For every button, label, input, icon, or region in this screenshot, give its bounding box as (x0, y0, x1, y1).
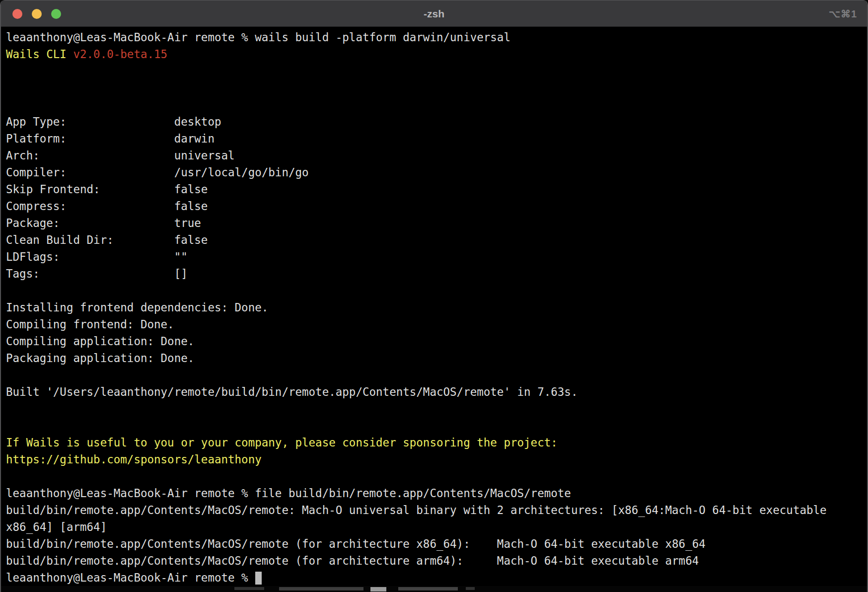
occluded-window-fragment (370, 587, 386, 592)
terminal-text: https://github.com/sponsors/leaanthony (6, 453, 262, 466)
terminal-line: leaanthony@Leas-MacBook-Air remote % fil… (6, 485, 862, 502)
terminal-line (6, 96, 862, 113)
terminal-text: Compiling application: Done. (6, 335, 194, 348)
terminal-line: Platform: darwin (6, 130, 862, 147)
occluded-window-fragment (234, 587, 264, 590)
terminal-line: Tags: [] (6, 265, 862, 282)
terminal-text: Platform: darwin (6, 132, 215, 145)
terminal-line: Wails CLI v2.0.0-beta.15 (6, 46, 862, 63)
terminal-line (6, 417, 862, 434)
terminal-line (6, 63, 862, 79)
terminal-line: https://github.com/sponsors/leaanthony (6, 451, 862, 468)
terminal-line: Packaging application: Done. (6, 350, 862, 367)
terminal-text: Compiling frontend: Done. (6, 318, 174, 331)
occluded-window-fragment (398, 587, 458, 591)
terminal-text: Installing frontend dependencies: Done. (6, 301, 268, 314)
terminal-text: v2.0.0-beta.15 (73, 48, 167, 61)
terminal-line: If Wails is useful to you or your compan… (6, 434, 862, 451)
occluded-window-fragment (466, 587, 475, 590)
terminal-cursor (255, 572, 262, 585)
terminal-line: Compress: false (6, 198, 862, 215)
terminal-text: Compress: false (6, 200, 208, 213)
terminal-text: x86_64] [arm64] (6, 520, 107, 533)
terminal-line: build/bin/remote.app/Contents/MacOS/remo… (6, 552, 862, 569)
terminal-line: Built '/Users/leaanthony/remote/build/bi… (6, 383, 862, 400)
terminal-line: x86_64] [arm64] (6, 518, 862, 535)
terminal-line: Compiling frontend: Done. (6, 316, 862, 333)
terminal-text: Packaging application: Done. (6, 352, 194, 365)
terminal-line (6, 282, 862, 299)
terminal-line (6, 367, 862, 383)
terminal-line: LDFlags: "" (6, 248, 862, 265)
window-title: -zsh (1, 0, 867, 27)
terminal-text: build/bin/remote.app/Contents/MacOS/remo… (6, 504, 827, 517)
terminal-text: Arch: universal (6, 149, 235, 162)
terminal-line: Package: true (6, 215, 862, 231)
terminal-line: build/bin/remote.app/Contents/MacOS/remo… (6, 502, 862, 518)
occluded-window-fragment (279, 587, 363, 591)
terminal-text: Clean Build Dir: false (6, 233, 208, 246)
terminal-line: Compiler: /usr/local/go/bin/go (6, 164, 862, 181)
terminal-line: build/bin/remote.app/Contents/MacOS/remo… (6, 535, 862, 552)
terminal-text: Built '/Users/leaanthony/remote/build/bi… (6, 385, 578, 398)
terminal-line: leaanthony@Leas-MacBook-Air remote % (6, 569, 862, 586)
zoom-button[interactable] (51, 9, 61, 19)
terminal-line (6, 400, 862, 417)
terminal-text: Package: true (6, 217, 201, 229)
terminal-line (6, 79, 862, 96)
terminal-line: Skip Frontend: false (6, 181, 862, 198)
close-button[interactable] (12, 9, 22, 19)
terminal-text: leaanthony@Leas-MacBook-Air remote % wai… (6, 31, 510, 44)
terminal-text: build/bin/remote.app/Contents/MacOS/remo… (6, 537, 706, 550)
terminal-line: leaanthony@Leas-MacBook-Air remote % wai… (6, 29, 862, 46)
terminal-line: Arch: universal (6, 147, 862, 164)
terminal-text: LDFlags: "" (6, 250, 188, 263)
terminal-text: If Wails is useful to you or your compan… (6, 436, 558, 449)
terminal-text: leaanthony@Leas-MacBook-Air remote % fil… (6, 487, 571, 500)
background-window-sliver (1, 586, 867, 592)
terminal-text: build/bin/remote.app/Contents/MacOS/remo… (6, 554, 699, 567)
terminal-text: Compiler: /usr/local/go/bin/go (6, 166, 309, 179)
minimize-button[interactable] (32, 9, 42, 19)
terminal-text: leaanthony@Leas-MacBook-Air remote % (6, 571, 255, 584)
terminal-body[interactable]: leaanthony@Leas-MacBook-Air remote % wai… (1, 27, 867, 586)
terminal-line: App Type: desktop (6, 113, 862, 130)
terminal-text: Skip Frontend: false (6, 183, 208, 196)
terminal-text: Tags: [] (6, 267, 188, 280)
traffic-lights (12, 9, 61, 19)
terminal-window: -zsh ⌥⌘1 leaanthony@Leas-MacBook-Air rem… (0, 0, 868, 592)
terminal-text: Wails CLI (6, 48, 73, 61)
window-shortcut-badge: ⌥⌘1 (829, 0, 857, 27)
terminal-line (6, 468, 862, 485)
terminal-line: Clean Build Dir: false (6, 231, 862, 248)
terminal-line: Compiling application: Done. (6, 333, 862, 350)
terminal-line: Installing frontend dependencies: Done. (6, 299, 862, 316)
titlebar[interactable]: -zsh ⌥⌘1 (1, 0, 867, 27)
terminal-text: App Type: desktop (6, 115, 221, 128)
